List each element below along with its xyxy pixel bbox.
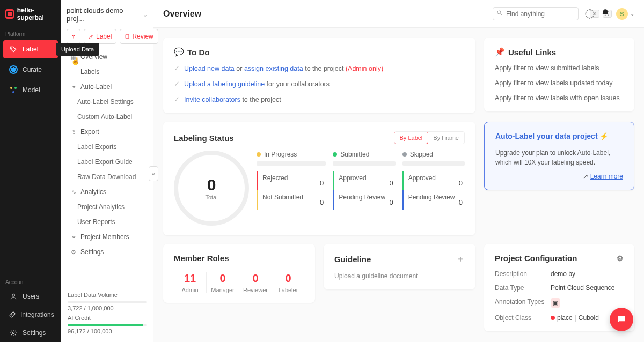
svg-point-5 <box>12 332 14 334</box>
status-title: Labeling Status <box>174 133 234 143</box>
brand-logo-icon <box>5 9 14 19</box>
status-total-value: 0 <box>207 176 216 194</box>
config-gear-icon[interactable]: ⚙ <box>617 254 624 263</box>
auto-label-promo-card: Auto-Label your data project ⚡ Upgrade y… <box>484 122 634 190</box>
link-upload-new-data[interactable]: Upload new data <box>184 65 235 72</box>
link-invite-collaborators[interactable]: Invite collaborators <box>184 96 240 103</box>
main-area: Overview ✕ K S ⌄ 💬To Do <box>153 0 644 342</box>
people-icon: ⚭ <box>70 234 77 241</box>
user-menu[interactable]: S ⌄ <box>616 8 634 20</box>
check-icon: ✓ <box>174 64 180 72</box>
guideline-empty: Upload a guideline document <box>334 272 465 280</box>
projnav-auto-label[interactable]: ✦Auto-Label <box>61 79 153 94</box>
useful-links-card: 📌Useful Links Apply filter to view submi… <box>484 38 634 111</box>
upload-data-button[interactable] <box>67 29 80 44</box>
metric-pending-review: Pending Review0 <box>333 190 395 210</box>
todo-card: 💬To Do ✓ Upload new data or assign exist… <box>163 38 475 113</box>
projnav-auto-label-settings[interactable]: Auto-Label Settings <box>61 94 153 109</box>
svg-point-3 <box>12 91 14 93</box>
metric-pending-review-2: Pending Review0 <box>402 190 465 210</box>
sidebar-item-curate[interactable]: Curate <box>3 61 58 79</box>
useful-link[interactable]: Apply filter to view submitted labels <box>495 64 624 72</box>
gear-icon: ⚙ <box>70 249 77 256</box>
projnav-settings[interactable]: ⚙Settings <box>61 244 153 259</box>
project-stats: Label Data Volume 3,722 / 1,000,000 AI C… <box>61 283 153 342</box>
review-button[interactable]: Review <box>120 29 158 44</box>
object-class-dot <box>551 316 555 320</box>
projnav-labels[interactable]: ≡Labels <box>61 64 153 79</box>
projnav-user-reports[interactable]: User Reports <box>61 214 153 229</box>
member-roles-card: Member Roles 11Admin 0Manager 0Reviewer … <box>163 244 315 303</box>
sidebar-item-users[interactable]: Users <box>3 287 58 306</box>
search-box[interactable]: ✕ K <box>493 7 579 20</box>
useful-link[interactable]: Apply filter to view labels with open is… <box>495 94 624 102</box>
page-title: Overview <box>163 9 201 19</box>
roles-title: Member Roles <box>174 254 304 263</box>
sidebar-item-integrations[interactable]: Integrations <box>3 306 58 324</box>
speech-icon: 💬 <box>174 47 184 57</box>
sidebar-item-model[interactable]: Model <box>3 81 58 99</box>
label-button[interactable]: Label <box>84 29 116 44</box>
learn-more-link[interactable]: Learn more <box>590 173 623 180</box>
avatar: S <box>616 8 628 20</box>
admin-only-badge: (Admin only) <box>346 65 383 72</box>
useful-title: Useful Links <box>508 48 556 57</box>
todo-row: ✓ Upload new data or assign existing dat… <box>174 64 465 72</box>
config-title: Project Configuration <box>495 254 577 263</box>
check-icon: ✓ <box>174 80 180 88</box>
projnav-analytics[interactable]: ∿Analytics <box>61 184 153 199</box>
legend-dot-in-progress <box>257 152 261 157</box>
metric-rejected: Rejected0 <box>257 171 326 190</box>
project-nav: point clouds demo proj... ⌄ ☝ Label Revi… <box>61 0 153 342</box>
projnav-label-export-guide[interactable]: Label Export Guide <box>61 154 153 169</box>
projnav-custom-auto-label[interactable]: Custom Auto-Label <box>61 109 153 124</box>
projnav-raw-data-download[interactable]: Raw Data Download <box>61 169 153 184</box>
guideline-card: Guideline＋ Upload a guideline document <box>324 244 475 289</box>
ai-credit-bar <box>68 324 143 326</box>
link-upload-guideline[interactable]: Upload a labeling guideline <box>184 80 265 88</box>
model-icon <box>9 85 18 95</box>
brand-row[interactable]: hello-superbai <box>0 0 61 28</box>
seg-by-label[interactable]: By Label <box>394 131 429 144</box>
promo-body: Upgrade your plan to unlock Auto-Label, … <box>495 148 623 167</box>
ai-credit-value: 96,172 / 100,000 <box>68 328 147 334</box>
link-assign-existing[interactable]: assign existing data <box>244 65 303 72</box>
sidebar-item-label[interactable]: Label <box>3 40 58 58</box>
svg-point-1 <box>10 87 12 89</box>
minibar <box>402 161 465 166</box>
useful-link[interactable]: Apply filter to view labels updated toda… <box>495 79 624 87</box>
sidebar-item-settings[interactable]: Settings <box>3 324 58 342</box>
label-data-volume-bar <box>68 301 68 303</box>
global-sidebar: hello-superbai Platform Label Curate Mod… <box>0 0 61 342</box>
role-manager: 0Manager <box>206 272 239 293</box>
seg-by-frame[interactable]: By Frame <box>428 132 464 144</box>
svg-point-2 <box>14 87 17 89</box>
project-selector[interactable]: point clouds demo proj... ⌄ <box>61 0 153 29</box>
search-input[interactable] <box>506 10 587 18</box>
chat-fab[interactable] <box>610 308 633 331</box>
add-guideline-button[interactable]: ＋ <box>456 254 465 265</box>
chevron-down-icon: ⌄ <box>143 11 148 18</box>
projnav-label-exports[interactable]: Label Exports <box>61 139 153 154</box>
svg-point-7 <box>497 11 501 14</box>
role-labeler: 0Labeler <box>272 272 304 293</box>
projnav-export[interactable]: ⇪Export <box>61 124 153 139</box>
svg-point-4 <box>12 294 15 296</box>
todo-title: To Do <box>187 48 209 57</box>
legend-skipped: Skipped <box>410 151 433 158</box>
list-icon: ≡ <box>70 69 77 75</box>
topbar: Overview ✕ K S ⌄ <box>153 0 644 28</box>
legend-dot-submitted <box>333 152 337 157</box>
minibar <box>333 161 395 166</box>
pencil-icon <box>89 34 94 39</box>
chart-icon: ∿ <box>70 189 77 196</box>
status-donut: 0 Total <box>174 151 249 226</box>
projnav-project-members[interactable]: ⚭Project Members <box>61 229 153 244</box>
svg-point-0 <box>12 48 12 48</box>
collapse-handle[interactable]: « <box>149 166 158 181</box>
todo-row: ✓ Upload a labeling guideline for your c… <box>174 80 465 88</box>
projnav-project-analytics[interactable]: Project Analytics <box>61 199 153 214</box>
notifications-icon[interactable] <box>601 9 610 19</box>
label-data-volume-label: Label Data Volume <box>68 292 147 298</box>
metric-approved-2: Approved0 <box>402 171 465 190</box>
